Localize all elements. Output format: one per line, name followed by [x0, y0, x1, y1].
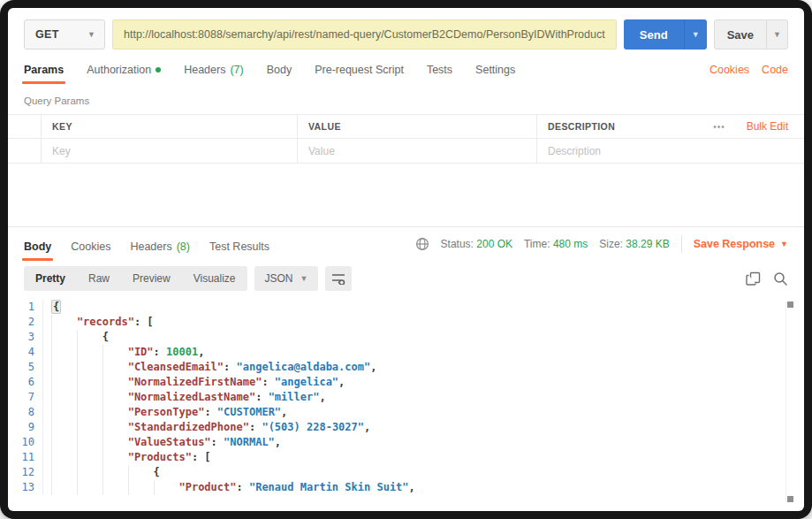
param-key-input[interactable]: [52, 145, 286, 157]
tab-label: Body: [267, 64, 292, 76]
column-header-key: KEY: [52, 121, 72, 132]
save-response-button[interactable]: Save Response ▼: [694, 238, 788, 250]
line-content: "CleansedEmail": "angelica@aldaba.com",: [43, 360, 376, 375]
cookies-link[interactable]: Cookies: [710, 64, 749, 84]
indent-guide: [51, 405, 77, 420]
wrap-text-icon: [331, 272, 345, 285]
response-viewer-toolbar: PrettyRawPreviewVisualize JSON ▼: [8, 261, 804, 296]
tab-headers[interactable]: Headers(7): [184, 64, 244, 84]
tab-label: Cookies: [71, 240, 110, 253]
line-content: {: [43, 465, 160, 480]
tab-tests[interactable]: Tests: [427, 64, 452, 84]
response-tab-test-results[interactable]: Test Results: [209, 240, 269, 261]
view-mode-raw[interactable]: Raw: [77, 266, 121, 291]
code-line: 6"NormalizedFirstName": "angelica",: [8, 375, 804, 390]
line-content: "ValueStatus": "NORMAL",: [43, 435, 281, 450]
tab-pre-request-script[interactable]: Pre-request Script: [315, 64, 404, 84]
code-token: "records": [77, 316, 134, 328]
tab-label: Settings: [475, 64, 515, 76]
postman-window: GET ▼ Send ▼ Save ▼ ParamsAuthorizationH…: [8, 8, 804, 511]
param-value-input[interactable]: [308, 145, 526, 157]
send-button[interactable]: Send ▼: [624, 19, 707, 50]
code-line: 5"CleansedEmail": "angelica@aldaba.com",: [8, 360, 804, 375]
query-params-table: KEY VALUE DESCRIPTION ••• Bulk Edit: [8, 114, 804, 164]
response-tab-cookies[interactable]: Cookies: [71, 240, 110, 261]
tab-label: Test Results: [209, 240, 269, 253]
send-options-button[interactable]: ▼: [684, 19, 707, 50]
indent-guide: [51, 465, 77, 480]
tab-authorization[interactable]: Authorization: [87, 64, 161, 84]
response-tabs: BodyCookiesHeaders(8)Test Results: [24, 240, 415, 261]
copy-icon[interactable]: [746, 271, 761, 286]
indent-guide: [102, 375, 128, 390]
response-section: BodyCookiesHeaders(8)Test Results Status…: [8, 226, 804, 511]
code-token: :: [224, 361, 236, 373]
indent-guide: [102, 480, 128, 495]
line-content: "Product": "Renaud Martin Skin Suit",: [43, 480, 415, 495]
tab-body[interactable]: Body: [267, 64, 292, 84]
code-line: 4"ID": 10001,: [8, 345, 804, 360]
code-link[interactable]: Code: [762, 64, 788, 84]
line-content: "NormalizedFirstName": "angelica",: [43, 375, 345, 390]
save-options-button[interactable]: ▼: [766, 20, 787, 49]
view-mode-segment: PrettyRawPreviewVisualize: [24, 266, 247, 291]
code-line: 3{: [8, 330, 804, 345]
code-token: "Product": [178, 481, 236, 493]
view-mode-preview[interactable]: Preview: [121, 266, 182, 291]
code-token: ,: [275, 436, 281, 448]
response-tab-headers[interactable]: Headers(8): [130, 240, 190, 261]
line-number: 10: [8, 435, 43, 450]
save-button[interactable]: Save ▼: [714, 19, 788, 50]
wrap-text-button[interactable]: [325, 266, 352, 291]
code-line: 13"Product": "Renaud Martin Skin Suit",: [8, 480, 804, 495]
indent-guide: [51, 375, 77, 390]
indent-guide: [128, 465, 154, 480]
search-icon[interactable]: [773, 271, 788, 286]
send-label[interactable]: Send: [624, 19, 684, 50]
time-badge: Time: 480 ms: [524, 238, 588, 250]
scroll-down-handle[interactable]: [787, 496, 793, 502]
code-line: 10"ValueStatus": "NORMAL",: [8, 435, 804, 450]
code-token: :: [236, 481, 248, 493]
line-number: 13: [8, 480, 43, 495]
scroll-up-handle[interactable]: [787, 301, 793, 308]
request-url-row: GET ▼ Send ▼ Save ▼: [24, 19, 788, 50]
param-description-input[interactable]: [548, 145, 793, 157]
tab-settings[interactable]: Settings: [475, 64, 515, 84]
save-label[interactable]: Save: [715, 20, 766, 49]
code-token: "Renaud Martin Skin Suit": [249, 481, 409, 493]
indent-guide: [51, 390, 77, 405]
url-input[interactable]: [112, 19, 617, 50]
code-token: "(503) 228-3027": [262, 421, 364, 433]
indent-guide: [51, 450, 77, 465]
line-number: 6: [8, 375, 43, 390]
line-content: "ID": 10001,: [43, 345, 204, 360]
view-mode-visualize[interactable]: Visualize: [182, 266, 247, 291]
chevron-down-icon: ▼: [300, 274, 308, 283]
code-line: 12{: [8, 465, 804, 480]
tab-params[interactable]: Params: [24, 64, 64, 84]
indent-guide: [154, 480, 179, 495]
bulk-edit-link[interactable]: Bulk Edit: [738, 115, 804, 138]
code-token: ,: [370, 361, 376, 373]
column-header-description: DESCRIPTION: [548, 121, 615, 132]
language-select[interactable]: JSON ▼: [254, 266, 319, 291]
indent-guide: [102, 405, 128, 420]
line-content: "Products": [: [43, 450, 211, 465]
code-token: "ID": [128, 346, 154, 358]
chevron-down-icon: ▼: [773, 30, 781, 39]
method-select[interactable]: GET ▼: [24, 19, 105, 50]
request-tabs: ParamsAuthorizationHeaders(7)BodyPre-req…: [24, 64, 710, 84]
indent-guide: [51, 420, 77, 435]
line-content: "NormalizedLastName": "miller",: [43, 390, 326, 405]
indent-guide: [77, 390, 102, 405]
line-number: 8: [8, 405, 43, 420]
view-mode-pretty[interactable]: Pretty: [24, 266, 77, 291]
more-options-icon[interactable]: •••: [701, 115, 738, 138]
response-tab-body[interactable]: Body: [24, 240, 51, 261]
scrollbar[interactable]: [785, 301, 793, 502]
size-badge: Size: 38.29 KB: [599, 238, 669, 250]
code-token: "miller": [269, 391, 320, 403]
line-number: 9: [8, 420, 43, 435]
indent-guide: [102, 450, 128, 465]
